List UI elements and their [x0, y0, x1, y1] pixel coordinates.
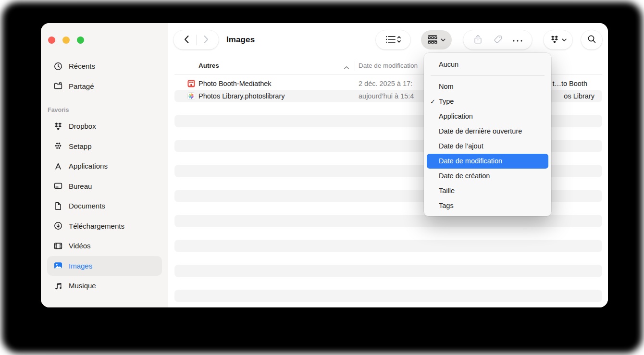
empty-row [174, 240, 602, 252]
group-by-menu: ✓ Aucun ✓ ✓ Nom ✓ Type ✓ Application ✓ D… [424, 53, 551, 216]
tag-icon [493, 35, 503, 46]
group-grid-icon [427, 35, 438, 46]
empty-row [174, 290, 602, 302]
sidebar-top-list: Récents Partagé [41, 56, 168, 96]
menu-item[interactable]: ✓ [431, 75, 545, 76]
menu-item[interactable]: ✓ Date de modification [427, 154, 548, 169]
chevron-down-icon [562, 38, 567, 42]
forward-button[interactable] [197, 30, 216, 49]
sidebar-item[interactable]: Applications [47, 156, 162, 176]
sidebar-section-label: Favoris [48, 107, 168, 115]
music-icon [53, 281, 63, 291]
traffic-lights [41, 23, 168, 44]
sidebar-item[interactable]: Téléchargements [47, 216, 162, 236]
photo-icon [53, 261, 63, 270]
window-title: Images [226, 35, 255, 45]
menu-item[interactable]: ✓ Date de création [427, 169, 548, 184]
more-button[interactable] [509, 30, 526, 49]
share-button[interactable] [470, 30, 486, 49]
list-view-icon [385, 35, 401, 46]
toolbar: Images [168, 23, 608, 57]
empty-row [174, 265, 602, 277]
sidebar: Récents Partagé Favoris Dropbox Setapp A… [41, 23, 168, 307]
clock-icon [53, 61, 63, 71]
ellipsis-icon [512, 37, 523, 44]
close-button[interactable] [48, 37, 55, 44]
forward-chevron-icon [203, 35, 209, 45]
search-button[interactable] [581, 30, 602, 49]
finder-window: Récents Partagé Favoris Dropbox Setapp A… [41, 23, 608, 307]
sidebar-favorites-list: Dropbox Setapp Applications Bureau Docum… [41, 116, 168, 296]
film-icon [53, 241, 63, 251]
minimize-button[interactable] [62, 37, 70, 44]
sidebar-item[interactable]: Images [47, 256, 162, 276]
photos-app-icon [187, 92, 195, 100]
document-icon [53, 201, 63, 211]
group-header-label[interactable]: Autres [198, 62, 219, 69]
shared-folder-icon [53, 81, 63, 91]
sidebar-item[interactable]: Dropbox [47, 116, 162, 136]
empty-row [174, 215, 602, 227]
zoom-button[interactable] [77, 37, 84, 44]
photo-booth-icon [187, 80, 195, 87]
dropbox-icon [550, 35, 559, 46]
date-column-header[interactable]: Date de modification [359, 62, 418, 69]
appstore-icon [53, 161, 63, 171]
empty-row [174, 252, 602, 265]
sidebar-item[interactable]: Musique [47, 276, 162, 296]
menu-item[interactable]: ✓ Date de l’ajout [427, 139, 548, 154]
sidebar-item[interactable]: Setapp [47, 136, 162, 157]
sort-ascending-icon[interactable] [344, 63, 349, 72]
view-options-button[interactable] [376, 30, 410, 49]
menu-item[interactable]: ✓ Aucun [427, 57, 548, 72]
share-icon [473, 34, 483, 46]
back-chevron-icon [184, 35, 189, 45]
desktop-icon [53, 181, 63, 191]
empty-row [174, 277, 602, 290]
actions-group [463, 30, 532, 49]
sidebar-item[interactable]: Partagé [47, 76, 162, 97]
search-icon [587, 35, 596, 45]
download-icon [53, 221, 63, 231]
back-forward-group [173, 30, 219, 49]
sidebar-item[interactable]: Récents [47, 56, 162, 76]
menu-item[interactable]: ✓ Type [427, 94, 548, 109]
menu-item[interactable]: ✓ Nom [427, 79, 548, 94]
dropbox-toolbar-button[interactable] [544, 30, 572, 49]
menu-item[interactable]: ✓ Tags [427, 198, 548, 213]
sidebar-item[interactable]: Bureau [47, 176, 162, 196]
empty-row [174, 227, 602, 240]
column-divider [355, 61, 355, 71]
group-by-button[interactable] [421, 30, 452, 49]
sidebar-item[interactable]: Documents [47, 196, 162, 216]
dropbox-icon [53, 122, 63, 131]
tag-button[interactable] [490, 30, 506, 49]
back-button[interactable] [177, 30, 196, 49]
menu-item[interactable]: ✓ Date de dernière ouverture [427, 124, 548, 139]
menu-item[interactable]: ✓ Application [427, 109, 548, 124]
checkmark-icon: ✓ [430, 94, 435, 109]
setapp-icon [53, 141, 63, 151]
sidebar-item[interactable]: Vidéos [47, 236, 162, 256]
chevron-down-icon [441, 38, 446, 42]
menu-item[interactable]: ✓ Taille [427, 184, 548, 198]
